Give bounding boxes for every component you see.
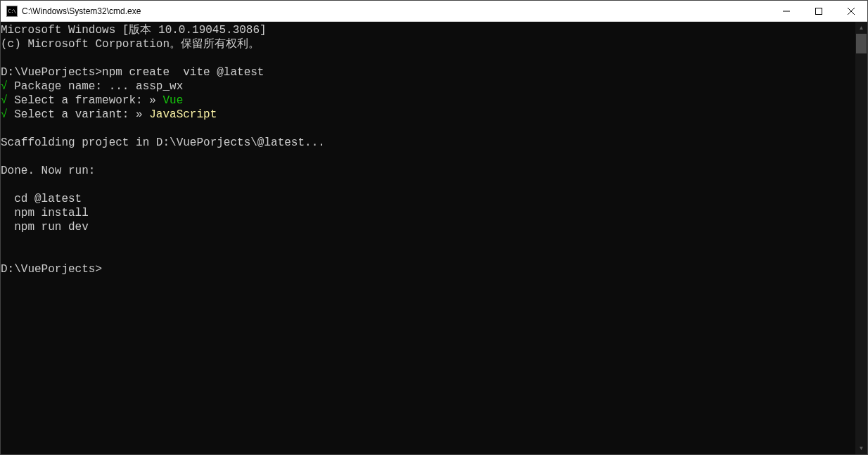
blank-line bbox=[1, 51, 855, 65]
close-button[interactable] bbox=[835, 1, 867, 21]
blank-line bbox=[1, 178, 855, 192]
cmd-icon: C:\ bbox=[6, 6, 18, 17]
blank-line bbox=[1, 234, 855, 248]
titlebar[interactable]: C:\ C:\Windows\System32\cmd.exe bbox=[1, 1, 867, 22]
check-icon: √ bbox=[1, 108, 8, 121]
command-line: D:\VuePorjects>npm create vite @latest bbox=[1, 65, 855, 79]
cmd-window: C:\ C:\Windows\System32\cmd.exe Microsof… bbox=[0, 0, 868, 455]
prompt-line: D:\VuePorjects> bbox=[1, 262, 855, 276]
scroll-up-arrow-icon[interactable]: ▲ bbox=[855, 22, 867, 34]
scrollbar-thumb[interactable] bbox=[856, 34, 867, 53]
window-title: C:\Windows\System32\cmd.exe bbox=[22, 6, 770, 16]
terminal-area: Microsoft Windows [版本 10.0.19045.3086](c… bbox=[1, 22, 867, 454]
maximize-icon bbox=[815, 8, 822, 15]
prompt-label: Select a variant: bbox=[8, 108, 136, 121]
blank-line bbox=[1, 122, 855, 136]
prompt-dots: ... bbox=[109, 80, 129, 93]
arrow-icon: » bbox=[136, 108, 143, 121]
close-icon bbox=[848, 8, 855, 15]
prompt-package-name: √ Package name: ... assp_wx bbox=[1, 79, 855, 94]
check-icon: √ bbox=[1, 80, 8, 93]
terminal-output[interactable]: Microsoft Windows [版本 10.0.19045.3086](c… bbox=[1, 22, 855, 454]
arrow-icon: » bbox=[149, 94, 156, 107]
instruction-line: cd @latest bbox=[1, 192, 855, 206]
prompt-value: Vue bbox=[156, 94, 183, 107]
prompt-variant: √ Select a variant: » JavaScript bbox=[1, 108, 855, 122]
done-line: Done. Now run: bbox=[1, 164, 855, 178]
copyright-line: (c) Microsoft Corporation。保留所有权利。 bbox=[1, 37, 855, 51]
prompt-value: assp_wx bbox=[129, 80, 183, 93]
minimize-icon bbox=[783, 8, 790, 15]
entered-command: npm create vite @latest bbox=[102, 66, 264, 79]
prompt-framework: √ Select a framework: » Vue bbox=[1, 94, 855, 108]
prompt-path: D:\VuePorjects> bbox=[1, 263, 102, 276]
blank-line bbox=[1, 248, 855, 262]
scaffold-line: Scaffolding project in D:\VuePorjects\@l… bbox=[1, 136, 855, 150]
svg-rect-1 bbox=[816, 8, 822, 14]
minimize-button[interactable] bbox=[770, 1, 803, 21]
prompt-label: Package name: bbox=[8, 80, 109, 93]
blank-line bbox=[1, 150, 855, 164]
prompt-label: Select a framework: bbox=[8, 94, 150, 107]
maximize-button[interactable] bbox=[803, 1, 835, 21]
instruction-line: npm run dev bbox=[1, 220, 855, 234]
window-controls bbox=[770, 1, 867, 21]
vertical-scrollbar[interactable]: ▲ ▼ bbox=[855, 22, 867, 454]
prompt-value: JavaScript bbox=[143, 108, 217, 121]
header-line: Microsoft Windows [版本 10.0.19045.3086] bbox=[1, 23, 855, 37]
instruction-line: npm install bbox=[1, 206, 855, 220]
prompt-path: D:\VuePorjects> bbox=[1, 66, 102, 79]
check-icon: √ bbox=[1, 94, 8, 107]
scroll-down-arrow-icon[interactable]: ▼ bbox=[855, 442, 867, 454]
